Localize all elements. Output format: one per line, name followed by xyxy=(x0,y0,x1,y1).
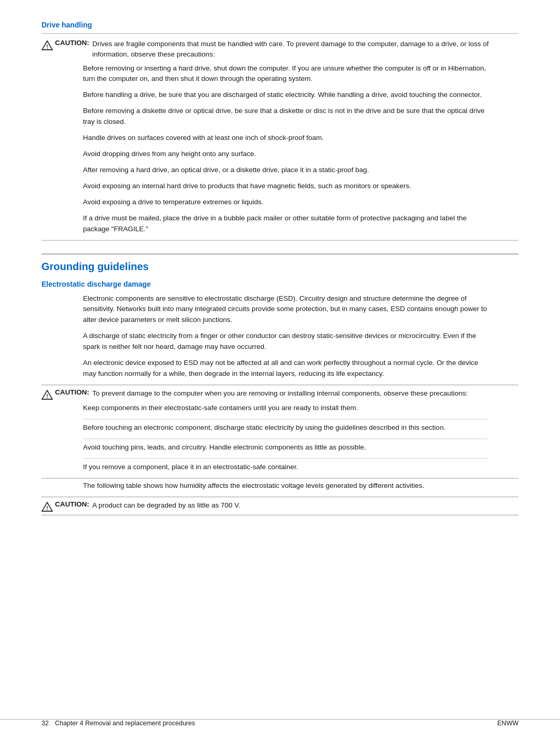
esd-caution-2-text: A product can be degraded by as little a… xyxy=(92,500,240,511)
esd-caution-item-4: If you remove a component, place it in a… xyxy=(83,462,487,473)
drive-handling-caution-block: ! CAUTION: Drives are fragile components… xyxy=(41,39,519,60)
drive-handling-title: Drive handling xyxy=(41,21,519,29)
svg-text:!: ! xyxy=(46,44,48,50)
drive-handling-para-7: Avoid exposing an internal hard drive to… xyxy=(83,181,487,192)
caution-triangle-icon-2: ! xyxy=(41,388,53,400)
drive-handling-para-9: If a drive must be mailed, place the dri… xyxy=(83,213,487,235)
footer-page-number: 32 xyxy=(41,720,49,727)
esd-divider-4 xyxy=(41,515,519,515)
drive-handling-section: Drive handling ! CAUTION: Drives are fra… xyxy=(41,21,519,241)
esd-damage-title: Electrostatic discharge damage xyxy=(41,280,519,288)
esd-table-intro-wrap: The following table shows how humidity a… xyxy=(83,481,487,491)
drive-handling-para-5: Avoid dropping drives from any height on… xyxy=(83,149,487,160)
drive-handling-para-6: After removing a hard drive, an optical … xyxy=(83,165,487,176)
esd-para-1: Electronic components are sensitive to e… xyxy=(83,293,487,326)
grounding-guidelines-section: Grounding guidelines Electrostatic disch… xyxy=(41,254,519,515)
item-divider-2 xyxy=(83,439,487,439)
esd-divider-2 xyxy=(41,478,519,479)
esd-caution-item-3: Avoid touching pins, leads, and circuitr… xyxy=(83,442,487,453)
item-divider-3 xyxy=(83,458,487,459)
esd-paragraphs: Electronic components are sensitive to e… xyxy=(83,293,487,379)
drive-handling-caution-label: CAUTION: xyxy=(55,39,89,47)
grounding-guidelines-title: Grounding guidelines xyxy=(41,254,519,273)
caution-triangle-icon-3: ! xyxy=(41,500,53,512)
esd-divider-3 xyxy=(41,497,519,497)
esd-para-2: A discharge of static electricity from a… xyxy=(83,331,487,353)
esd-caution-1-label: CAUTION: xyxy=(55,388,89,396)
drive-handling-para-3: Before removing a diskette drive or opti… xyxy=(83,106,487,128)
bottom-divider xyxy=(41,240,519,241)
esd-caution-item-1: Keep components in their electrostatic-s… xyxy=(83,403,487,414)
svg-text:!: ! xyxy=(46,393,48,399)
drive-handling-para-2: Before handling a drive, be sure that yo… xyxy=(83,90,487,101)
svg-text:!: ! xyxy=(46,505,48,511)
drive-handling-para-4: Handle drives on surfaces covered with a… xyxy=(83,133,487,144)
footer-chapter-text: Chapter 4 Removal and replacement proced… xyxy=(55,720,195,727)
esd-para-3: An electronic device exposed to ESD may … xyxy=(83,358,487,379)
caution-triangle-icon-1: ! xyxy=(41,39,53,50)
esd-caution-block-1: ! CAUTION: To prevent damage to the comp… xyxy=(41,388,519,400)
top-divider xyxy=(41,33,519,34)
esd-table-intro: The following table shows how humidity a… xyxy=(83,481,487,491)
footer-language: ENWW xyxy=(497,720,519,727)
esd-caution-1-text: To prevent damage to the computer when y… xyxy=(92,388,468,399)
esd-divider-1 xyxy=(41,385,519,385)
esd-caution-item-2: Before touching an electronic component,… xyxy=(83,423,487,433)
esd-caution-1-items: Keep components in their electrostatic-s… xyxy=(83,403,487,473)
drive-handling-caution-text: Drives are fragile components that must … xyxy=(92,39,519,60)
page-footer: 32 Chapter 4 Removal and replacement pro… xyxy=(0,719,560,727)
drive-handling-para-8: Avoid exposing a drive to temperature ex… xyxy=(83,197,487,208)
drive-handling-para-1: Before removing or inserting a hard driv… xyxy=(83,63,487,85)
footer-left: 32 Chapter 4 Removal and replacement pro… xyxy=(41,720,195,727)
drive-handling-paragraphs: Before removing or inserting a hard driv… xyxy=(83,63,487,235)
item-divider-1 xyxy=(83,419,487,419)
esd-caution-block-2: ! CAUTION: A product can be degraded by … xyxy=(41,500,519,512)
esd-caution-2-label: CAUTION: xyxy=(55,500,89,508)
